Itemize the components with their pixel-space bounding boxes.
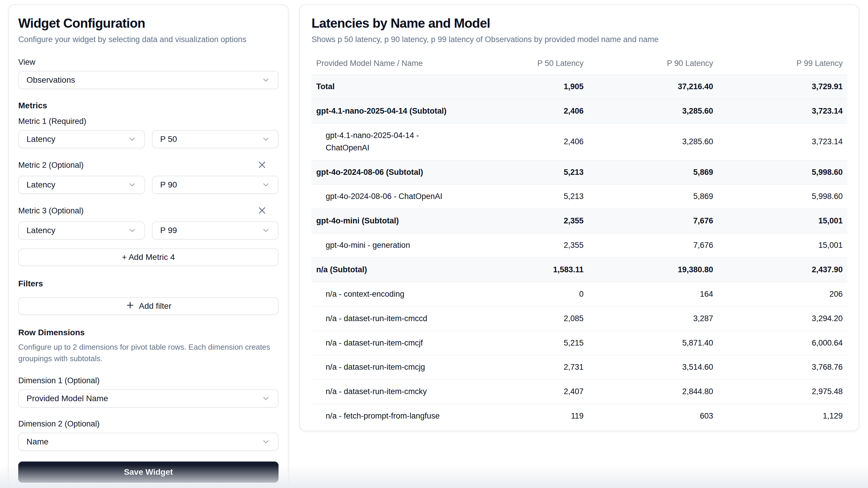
- row-p99: 3,768.76: [718, 355, 847, 380]
- remove-metric-3-button[interactable]: [256, 204, 268, 217]
- row-p50: 2,355: [459, 233, 588, 258]
- plus-icon: [125, 300, 135, 312]
- row-p90: 164: [588, 282, 718, 306]
- row-p90: 3,285.60: [588, 99, 718, 124]
- add-filter-button[interactable]: Add filter: [18, 297, 279, 315]
- row-name: gpt-4.1-nano-2025-04-14 (Subtotal): [311, 99, 459, 124]
- row-p99: 2,437.90: [718, 258, 847, 282]
- dimension-1-value: Provided Model Name: [27, 394, 108, 403]
- row-p50: 2,407: [459, 380, 588, 404]
- chevron-down-icon: [261, 437, 270, 446]
- row-p99: 3,294.20: [718, 306, 847, 331]
- pivot-table: Provided Model Name / Name P 50 Latency …: [311, 55, 847, 428]
- row-p90: 3,514.60: [588, 355, 718, 380]
- save-widget-button[interactable]: Save Widget: [18, 461, 279, 483]
- row-p90: 5,869: [588, 185, 718, 209]
- row-p99: 3,723.14: [718, 99, 847, 124]
- row-p99: 3,723.14: [718, 123, 847, 160]
- column-header-name: Provided Model Name / Name: [311, 55, 459, 75]
- view-label: View: [18, 58, 279, 67]
- view-select[interactable]: Observations: [18, 71, 279, 89]
- row-p50: 1,905: [459, 75, 588, 99]
- chevron-down-icon: [261, 394, 270, 403]
- row-p90: 5,869: [588, 160, 718, 185]
- table-row: n/a - dataset-run-item-cmcjg 2,731 3,514…: [311, 355, 847, 380]
- column-header-p99: P 99 Latency: [718, 55, 847, 75]
- preview-title: Latencies by Name and Model: [311, 15, 847, 31]
- row-p50: 2,085: [459, 306, 588, 331]
- row-p90: 5,871.40: [588, 331, 718, 355]
- metric-2-aggregation-value: P 90: [160, 180, 177, 190]
- row-p90: 3,287: [588, 306, 718, 331]
- row-name: gpt-4.1-nano-2025-04-14 - ChatOpenAI: [311, 123, 459, 160]
- row-p50: 0: [459, 282, 588, 306]
- row-name: n/a - dataset-run-item-cmccd: [311, 306, 459, 331]
- row-dimensions-description: Configure up to 2 dimensions for pivot t…: [18, 341, 275, 364]
- metric-2-label: Metric 2 (Optional): [18, 161, 84, 170]
- chevron-down-icon: [128, 135, 136, 143]
- metrics-heading: Metrics: [18, 101, 279, 110]
- filters-heading: Filters: [18, 279, 279, 288]
- add-metric-button[interactable]: + Add Metric 4: [18, 249, 279, 266]
- row-name: gpt-4o-2024-08-06 - ChatOpenAI: [311, 185, 459, 209]
- row-p90: 2,844.80: [588, 380, 718, 404]
- table-row: n/a - dataset-run-item-cmccd 2,085 3,287…: [311, 306, 847, 331]
- chevron-down-icon: [261, 135, 270, 143]
- row-p50: 5,213: [459, 185, 588, 209]
- metric-1-label: Metric 1 (Required): [18, 117, 279, 126]
- row-p90: 37,216.40: [588, 75, 718, 99]
- remove-metric-2-button[interactable]: [256, 159, 268, 172]
- row-p99: 2,975.48: [718, 380, 847, 404]
- metric-1-measure-select[interactable]: Latency: [18, 130, 145, 148]
- row-name: gpt-4o-mini (Subtotal): [311, 209, 459, 233]
- chevron-down-icon: [261, 76, 270, 85]
- row-name: n/a - dataset-run-item-cmcjg: [311, 355, 459, 380]
- row-p99: 15,001: [718, 209, 847, 233]
- row-name: n/a - fetch-prompt-from-langfuse: [311, 404, 459, 428]
- widget-configuration-card: Widget Configuration Configure your widg…: [8, 4, 288, 488]
- table-row-subtotal: n/a (Subtotal) 1,583.11 19,380.80 2,437.…: [311, 258, 847, 282]
- row-name: n/a (Subtotal): [311, 258, 459, 282]
- metric-3-aggregation-select[interactable]: P 99: [152, 221, 279, 239]
- metric-1-aggregation-value: P 50: [160, 134, 177, 144]
- close-icon: [257, 160, 267, 170]
- row-p50: 2,406: [459, 99, 588, 124]
- table-row: n/a - context-encoding 0 164 206: [311, 282, 847, 306]
- dimension-1-select[interactable]: Provided Model Name: [18, 389, 279, 408]
- metric-2-header: Metric 2 (Optional): [18, 159, 279, 172]
- row-p50: 2,355: [459, 209, 588, 233]
- row-p99: 15,001: [718, 233, 847, 258]
- row-p99: 5,998.60: [718, 160, 847, 185]
- table-row-subtotal: gpt-4.1-nano-2025-04-14 (Subtotal) 2,406…: [311, 99, 847, 124]
- metric-1-aggregation-select[interactable]: P 50: [152, 130, 279, 148]
- metric-2-measure-select[interactable]: Latency: [18, 176, 145, 194]
- row-name: n/a - dataset-run-item-cmcjf: [311, 331, 459, 355]
- dimension-1-label: Dimension 1 (Optional): [18, 376, 279, 385]
- preview-subtitle: Shows p 50 latency, p 90 latency, p 99 l…: [311, 34, 847, 45]
- close-icon: [257, 206, 267, 216]
- view-select-value: Observations: [27, 75, 75, 85]
- table-header-row: Provided Model Name / Name P 50 Latency …: [311, 55, 847, 75]
- add-metric-label: + Add Metric 4: [122, 253, 175, 262]
- chevron-down-icon: [261, 181, 270, 189]
- dimension-2-label: Dimension 2 (Optional): [18, 419, 279, 428]
- row-name: Total: [311, 75, 459, 99]
- row-p99: 6,000.64: [718, 331, 847, 355]
- row-p99: 1,129: [718, 404, 847, 428]
- row-p50: 2,731: [459, 355, 588, 380]
- row-p50: 5,215: [459, 331, 588, 355]
- add-filter-label: Add filter: [139, 301, 172, 311]
- metric-3-measure-select[interactable]: Latency: [18, 221, 145, 239]
- row-p90: 3,285.60: [588, 123, 718, 160]
- metric-3-label: Metric 3 (Optional): [18, 206, 84, 216]
- chevron-down-icon: [128, 226, 136, 235]
- table-row: n/a - dataset-run-item-cmcjf 5,215 5,871…: [311, 331, 847, 355]
- chevron-down-icon: [128, 181, 136, 189]
- dimension-2-select[interactable]: Name: [18, 433, 279, 451]
- table-row: gpt-4.1-nano-2025-04-14 - ChatOpenAI 2,4…: [311, 123, 847, 160]
- table-row: n/a - fetch-prompt-from-langfuse 119 603…: [311, 404, 847, 428]
- row-name: n/a - dataset-run-item-cmcky: [311, 380, 459, 404]
- row-p90: 19,380.80: [588, 258, 718, 282]
- metric-2-aggregation-select[interactable]: P 90: [152, 176, 279, 194]
- chevron-down-icon: [261, 226, 270, 235]
